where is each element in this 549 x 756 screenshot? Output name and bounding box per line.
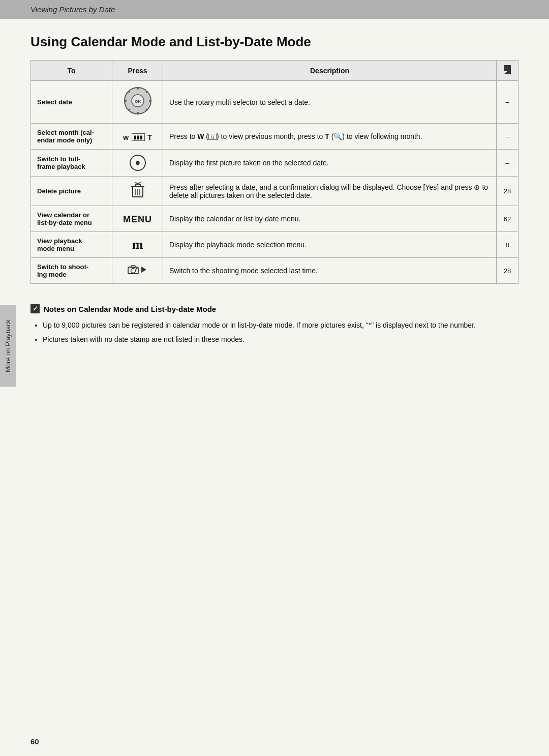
notes-section: ✓ Notes on Calendar Mode and List-by-dat… (30, 304, 518, 345)
row-description: Press after selecting a date, and a conf… (163, 177, 497, 206)
table-row: Switch to full-frame playback ⊛ Display … (31, 150, 518, 177)
svg-point-22 (136, 268, 137, 269)
zoom-w-icon: w (123, 133, 129, 141)
breadcrumb-text: Viewing Pictures by Date (30, 5, 115, 14)
menu-button-icon: MENU (123, 214, 152, 224)
table-row: Switch to shoot-ing mode (31, 258, 518, 284)
zoom-t-icon: T (147, 133, 152, 141)
notes-header: ✓ Notes on Calendar Mode and List-by-dat… (30, 304, 518, 313)
svg-point-8 (149, 100, 151, 102)
table-row: Delete picture Press a (31, 177, 518, 206)
svg-point-5 (137, 88, 139, 90)
row-to: Switch to shoot-ing mode (31, 258, 112, 284)
m-button-icon: m (132, 237, 143, 252)
row-ref: – (497, 150, 518, 177)
row-press (112, 258, 163, 284)
svg-point-12 (145, 109, 147, 110)
col-header-press: Press (112, 61, 163, 81)
row-description: Press to W (⊟) to view previous month, p… (163, 124, 497, 150)
page-number: 60 (30, 737, 39, 746)
row-press (112, 177, 163, 206)
main-content: Using Calendar Mode and List-by-Date Mod… (0, 19, 549, 369)
table-row: View calendar orlist-by-date menu MENU D… (31, 206, 518, 232)
bookmark-icon (503, 65, 512, 75)
row-description: Display the playback mode-selection menu… (163, 232, 497, 258)
row-to: Select month (cal-endar mode only) (31, 124, 112, 150)
row-press: w ▮▮▮ T (112, 124, 163, 150)
row-ref: – (497, 124, 518, 150)
row-to: View calendar orlist-by-date menu (31, 206, 112, 232)
col-header-description: Description (163, 61, 497, 81)
camera-play-icon (128, 265, 148, 274)
zoom-bar-icon: ▮▮▮ (132, 133, 145, 141)
svg-point-9 (128, 92, 130, 93)
svg-text:OK: OK (135, 99, 141, 104)
trash-icon (131, 182, 145, 198)
list-item: Up to 9,000 pictures can be registered i… (43, 319, 518, 331)
col-header-to: To (31, 61, 112, 81)
svg-marker-23 (141, 267, 146, 273)
page-title: Using Calendar Mode and List-by-Date Mod… (30, 34, 518, 50)
col-header-ref (497, 61, 518, 81)
row-description: Use the rotary multi selector to select … (163, 81, 497, 124)
row-ref: 28 (497, 177, 518, 206)
svg-rect-21 (131, 266, 135, 268)
row-to: View playbackmode menu (31, 232, 112, 258)
row-to: Delete picture (31, 177, 112, 206)
notes-header-text: Notes on Calendar Mode and List-by-date … (44, 305, 216, 313)
row-press: m (112, 232, 163, 258)
table-row: Select month (cal-endar mode only) w ▮▮▮… (31, 124, 518, 150)
row-ref: – (497, 81, 518, 124)
rotary-selector-icon: OK (123, 86, 152, 115)
svg-point-20 (131, 268, 135, 273)
row-press: OK (112, 81, 163, 124)
svg-point-10 (145, 92, 147, 93)
row-description: Display the calendar or list-by-date men… (163, 206, 497, 232)
row-ref: 8 (497, 232, 518, 258)
page: Viewing Pictures by Date Using Calendar … (0, 0, 549, 756)
svg-point-6 (137, 112, 139, 114)
table-row: View playbackmode menu m Display the pla… (31, 232, 518, 258)
row-press: MENU (112, 206, 163, 232)
list-item: Pictures taken with no date stamp are no… (43, 334, 518, 345)
row-to: Switch to full-frame playback (31, 150, 112, 177)
ok-button-icon: ⊛ (130, 155, 146, 171)
row-ref: 28 (497, 258, 518, 284)
table-row: Select date OK (31, 81, 518, 124)
notes-checkbox-icon: ✓ (30, 304, 40, 313)
row-description: Display the first picture taken on the s… (163, 150, 497, 177)
breadcrumb: Viewing Pictures by Date (0, 0, 549, 19)
svg-rect-15 (135, 184, 140, 187)
row-description: Switch to the shooting mode selected las… (163, 258, 497, 284)
sidebar-label: More on Playback (0, 305, 16, 387)
reference-table: To Press Description Select date (30, 60, 518, 284)
svg-point-11 (128, 109, 130, 110)
row-press: ⊛ (112, 150, 163, 177)
notes-list: Up to 9,000 pictures can be registered i… (30, 319, 518, 345)
row-to: Select date (31, 81, 112, 124)
svg-point-7 (125, 100, 127, 102)
row-ref: 62 (497, 206, 518, 232)
